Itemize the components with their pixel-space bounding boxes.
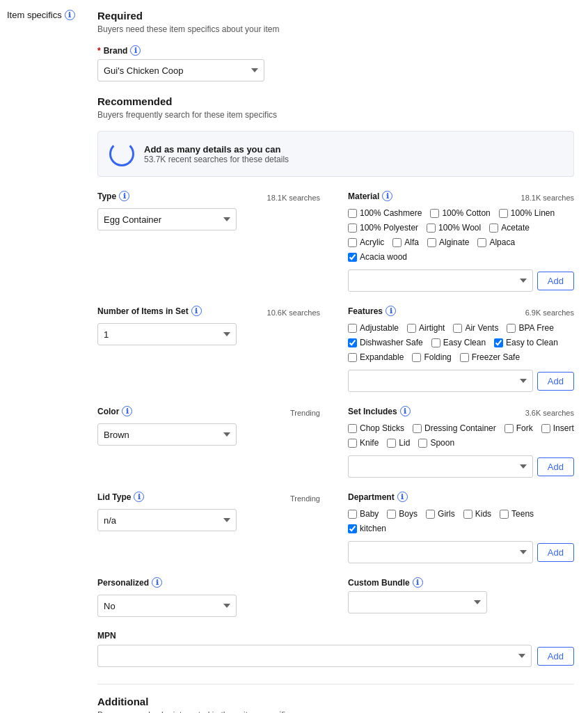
set-spoon-checkbox[interactable] bbox=[418, 439, 427, 448]
material-acacia-wood-label: Acacia wood bbox=[360, 252, 407, 262]
item-specifics-info-icon[interactable]: ℹ bbox=[65, 10, 75, 20]
set-lid-checkbox[interactable] bbox=[387, 439, 396, 448]
color-label: Color ℹ bbox=[97, 406, 132, 416]
material-100-cashmere-label: 100% Cashmere bbox=[360, 208, 422, 218]
feature-easy-clean-checkbox[interactable] bbox=[431, 338, 440, 347]
list-item: 100% Linen bbox=[499, 208, 555, 218]
feature-bpa-free-checkbox[interactable] bbox=[507, 324, 516, 333]
mpn-select[interactable] bbox=[97, 645, 532, 667]
feature-easy-clean-label: Easy Clean bbox=[443, 338, 486, 347]
list-item: Air Vents bbox=[453, 323, 498, 333]
set-chop-sticks-checkbox[interactable] bbox=[348, 424, 357, 433]
list-item: Insert bbox=[541, 423, 574, 433]
feature-expandable-checkbox[interactable] bbox=[348, 353, 357, 362]
dept-teens-checkbox[interactable] bbox=[500, 510, 509, 519]
features-add-row: Add bbox=[348, 370, 574, 392]
color-trending: Trending bbox=[290, 409, 320, 417]
lid-type-select[interactable]: n/a bbox=[97, 509, 237, 531]
dept-girls-checkbox[interactable] bbox=[426, 510, 435, 519]
department-info-icon[interactable]: ℹ bbox=[397, 492, 408, 502]
dept-boys-checkbox[interactable] bbox=[387, 510, 396, 519]
brand-info-icon[interactable]: ℹ bbox=[130, 45, 141, 56]
rec-box-sub: 53.7K recent searches for these details bbox=[144, 155, 289, 164]
material-100-polyester-checkbox[interactable] bbox=[348, 224, 357, 233]
feature-adjustable-checkbox[interactable] bbox=[348, 324, 357, 333]
material-acacia-wood-checkbox[interactable] bbox=[348, 253, 357, 262]
department-add-button[interactable]: Add bbox=[537, 543, 574, 562]
type-field: Type ℹ 18.1K searches Egg Container bbox=[97, 191, 320, 292]
list-item: 100% Cashmere bbox=[348, 208, 422, 218]
features-add-select[interactable] bbox=[348, 370, 533, 392]
color-select[interactable]: Brown bbox=[97, 423, 237, 446]
set-includes-add-button[interactable]: Add bbox=[537, 457, 574, 476]
feature-dishwasher-safe-checkbox[interactable] bbox=[348, 338, 357, 347]
list-item: Girls bbox=[426, 509, 455, 519]
color-info-icon[interactable]: ℹ bbox=[122, 406, 132, 416]
material-100-cashmere-checkbox[interactable] bbox=[348, 209, 357, 218]
type-material-row: Type ℹ 18.1K searches Egg Container Mate… bbox=[97, 191, 574, 292]
material-alpaca-checkbox[interactable] bbox=[477, 238, 486, 247]
material-acrylic-checkbox[interactable] bbox=[348, 238, 357, 247]
list-item: Dressing Container bbox=[413, 423, 496, 433]
material-acrylic-label: Acrylic bbox=[360, 237, 384, 247]
set-includes-search-count: 3.6K searches bbox=[525, 409, 574, 417]
brand-select[interactable]: Gui's Chicken Coop bbox=[97, 59, 264, 81]
list-item: 100% Wool bbox=[427, 223, 481, 233]
set-includes-field: Set Includes ℹ 3.6K searches Chop Sticks… bbox=[348, 406, 574, 478]
number-items-select[interactable]: 1 bbox=[97, 323, 237, 345]
color-field: Color ℹ Trending Brown bbox=[97, 406, 320, 478]
feature-air-vents-label: Air Vents bbox=[465, 323, 498, 333]
feature-folding-checkbox[interactable] bbox=[412, 353, 421, 362]
features-info-icon[interactable]: ℹ bbox=[386, 306, 396, 316]
material-add-select[interactable] bbox=[348, 269, 533, 292]
set-includes-add-select[interactable] bbox=[348, 455, 533, 478]
custom-bundle-select[interactable] bbox=[348, 591, 487, 613]
material-alfa-label: Alfa bbox=[404, 237, 419, 247]
department-add-select[interactable] bbox=[348, 541, 533, 563]
number-items-search-count: 10.6K searches bbox=[267, 308, 320, 317]
feature-airtight-checkbox[interactable] bbox=[407, 324, 416, 333]
feature-easy-to-clean-checkbox[interactable] bbox=[494, 338, 503, 347]
material-alginate-checkbox[interactable] bbox=[427, 238, 436, 247]
dept-kitchen-checkbox[interactable] bbox=[348, 524, 357, 533]
feature-freezer-safe-checkbox[interactable] bbox=[460, 353, 469, 362]
feature-folding-label: Folding bbox=[424, 352, 451, 362]
custom-bundle-info-icon[interactable]: ℹ bbox=[413, 577, 423, 588]
list-item: Freezer Safe bbox=[460, 352, 520, 362]
list-item: Acacia wood bbox=[348, 252, 407, 262]
type-select[interactable]: Egg Container bbox=[97, 208, 237, 230]
material-acetate-checkbox[interactable] bbox=[489, 224, 498, 233]
material-100-wool-checkbox[interactable] bbox=[427, 224, 436, 233]
lid-type-info-icon[interactable]: ℹ bbox=[134, 492, 144, 502]
item-specifics-label: Item specifics ℹ bbox=[7, 10, 77, 20]
required-title: Required bbox=[97, 10, 574, 22]
type-search-count: 18.1K searches bbox=[267, 194, 320, 202]
dept-boys-label: Boys bbox=[399, 509, 418, 519]
set-knife-checkbox[interactable] bbox=[348, 439, 357, 448]
mpn-add-button[interactable]: Add bbox=[537, 647, 574, 666]
feature-air-vents-checkbox[interactable] bbox=[453, 324, 462, 333]
brand-field: * Brand ℹ Gui's Chicken Coop bbox=[97, 45, 574, 81]
list-item: Alfa bbox=[392, 237, 419, 247]
personalized-info-icon[interactable]: ℹ bbox=[152, 577, 162, 588]
material-100-linen-checkbox[interactable] bbox=[499, 209, 508, 218]
material-info-icon[interactable]: ℹ bbox=[382, 191, 392, 201]
material-100-cotton-checkbox[interactable] bbox=[430, 209, 439, 218]
material-alfa-checkbox[interactable] bbox=[392, 238, 402, 247]
number-items-label: Number of Items in Set ℹ bbox=[97, 306, 202, 316]
dept-kids-checkbox[interactable] bbox=[463, 510, 472, 519]
type-info-icon[interactable]: ℹ bbox=[119, 191, 129, 201]
set-dressing-container-checkbox[interactable] bbox=[413, 424, 422, 433]
set-fork-checkbox[interactable] bbox=[504, 424, 514, 433]
features-add-button[interactable]: Add bbox=[537, 372, 574, 391]
feature-bpa-free-label: BPA Free bbox=[518, 323, 553, 333]
dept-baby-checkbox[interactable] bbox=[348, 510, 357, 519]
number-items-info-icon[interactable]: ℹ bbox=[191, 306, 202, 316]
list-item: kitchen bbox=[348, 524, 386, 533]
personalized-select[interactable]: No bbox=[97, 595, 237, 617]
set-insert-checkbox[interactable] bbox=[541, 424, 550, 433]
set-includes-info-icon[interactable]: ℹ bbox=[400, 406, 411, 416]
list-item: Folding bbox=[412, 352, 451, 362]
material-add-button[interactable]: Add bbox=[537, 272, 574, 290]
list-item: 100% Cotton bbox=[430, 208, 490, 218]
